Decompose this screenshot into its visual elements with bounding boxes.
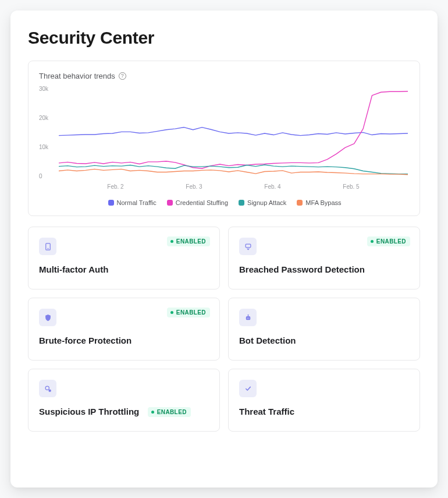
tile-title: Brute-force Protection xyxy=(39,335,131,345)
legend-item: Signup Attack xyxy=(239,199,286,206)
status-badge: ENABLED xyxy=(367,236,410,246)
status-badge: ENABLED xyxy=(148,407,191,417)
threat-trends-card: Threat behavior trends ? 30k 20k 10k 0 F… xyxy=(28,61,420,216)
tile-brute-force-protection[interactable]: ENABLED Brute-force Protection xyxy=(28,298,220,361)
tile-title: Suspicious IP Throttling xyxy=(39,407,139,416)
chart-series-line xyxy=(59,128,408,136)
swatch xyxy=(108,200,114,206)
legend-item: MFA Bypass xyxy=(297,199,341,206)
shield-icon xyxy=(39,309,56,326)
legend-label: MFA Bypass xyxy=(305,199,341,206)
status-dot-icon xyxy=(170,240,173,243)
swatch xyxy=(239,200,244,206)
plot-area xyxy=(59,89,408,179)
chart-series-line xyxy=(59,91,408,169)
swatch xyxy=(297,200,303,206)
svg-point-9 xyxy=(48,389,51,391)
feature-tiles: ENABLED Multi-factor Auth ENABLED Breach… xyxy=(28,227,420,432)
chart-title: Threat behavior trends xyxy=(39,72,115,80)
status-dot-icon xyxy=(371,240,374,243)
status-badge: ENABLED xyxy=(167,308,210,317)
legend-item: Credential Stuffing xyxy=(167,199,228,206)
svg-point-7 xyxy=(247,314,248,315)
x-tick: Feb. 4 xyxy=(264,183,280,190)
status-label: ENABLED xyxy=(376,238,406,245)
tile-title: Multi-factor Auth xyxy=(39,264,108,274)
chart-legend: Normal Traffic Credential Stuffing Signu… xyxy=(39,199,410,206)
legend-label: Signup Attack xyxy=(247,199,286,206)
y-tick: 20k xyxy=(39,115,55,121)
legend-label: Normal Traffic xyxy=(117,199,157,206)
legend-label: Credential Stuffing xyxy=(176,199,228,206)
status-badge: ENABLED xyxy=(167,236,210,246)
ip-icon xyxy=(39,380,56,397)
alert-icon xyxy=(239,238,257,255)
legend-item: Normal Traffic xyxy=(108,199,157,206)
status-label: ENABLED xyxy=(157,409,187,415)
tile-title: Breached Password Detection xyxy=(239,264,365,274)
tile-multi-factor-auth[interactable]: ENABLED Multi-factor Auth xyxy=(28,227,220,289)
y-tick: 0 xyxy=(39,174,55,179)
svg-rect-2 xyxy=(246,244,251,248)
tile-bot-detection[interactable]: Bot Detection xyxy=(228,298,420,361)
chart-series-line xyxy=(59,169,408,174)
tile-title: Bot Detection xyxy=(239,335,296,345)
tile-breached-password-detection[interactable]: ENABLED Breached Password Detection xyxy=(228,227,420,289)
svg-point-4 xyxy=(247,317,248,319)
tile-threat-traffic[interactable]: Threat Traffic xyxy=(228,369,420,432)
swatch xyxy=(167,200,173,206)
threat-trends-plot: 30k 20k 10k 0 Feb. 2 Feb. 3 Feb. 4 Feb. … xyxy=(39,86,410,190)
tile-title: Threat Traffic xyxy=(239,407,294,416)
help-icon[interactable]: ? xyxy=(119,72,126,80)
lock-icon xyxy=(39,238,56,255)
status-dot-icon xyxy=(151,411,154,414)
svg-rect-3 xyxy=(246,316,250,320)
y-axis: 30k 20k 10k 0 xyxy=(39,86,55,179)
svg-point-1 xyxy=(47,248,48,249)
chart-header: Threat behavior trends ? xyxy=(39,72,410,80)
status-dot-icon xyxy=(170,311,173,314)
svg-point-5 xyxy=(248,317,250,319)
x-tick: Feb. 2 xyxy=(107,183,123,190)
status-label: ENABLED xyxy=(176,309,206,316)
status-label: ENABLED xyxy=(176,238,206,245)
x-tick: Feb. 3 xyxy=(186,183,202,190)
security-center-panel: Security Center Threat behavior trends ?… xyxy=(10,10,438,488)
y-tick: 30k xyxy=(39,86,55,92)
bot-icon xyxy=(239,309,257,326)
tile-suspicious-ip-throttling[interactable]: Suspicious IP Throttling ENABLED xyxy=(28,369,220,432)
y-tick: 10k xyxy=(39,144,55,150)
page-title: Security Center xyxy=(28,28,420,48)
check-icon xyxy=(239,380,257,397)
svg-point-8 xyxy=(45,386,49,390)
x-axis: Feb. 2 Feb. 3 Feb. 4 Feb. 5 xyxy=(59,183,408,190)
x-tick: Feb. 5 xyxy=(343,183,359,190)
